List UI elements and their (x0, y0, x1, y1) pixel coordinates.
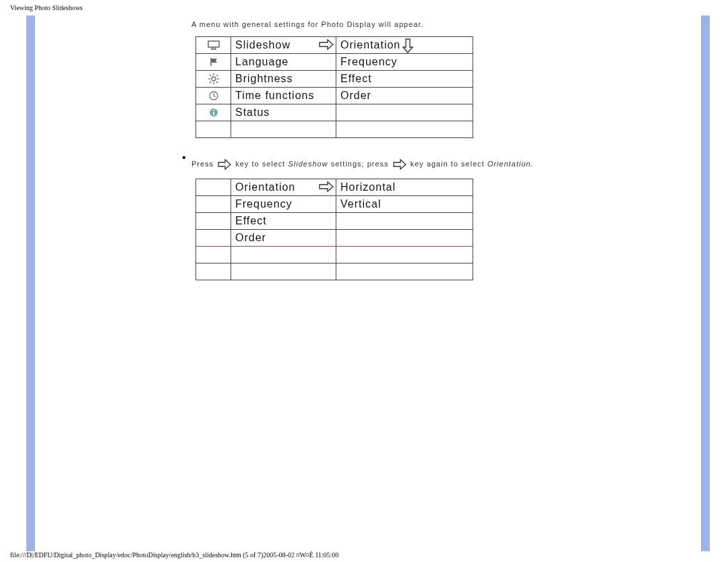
menu-label: Slideshow (235, 39, 291, 51)
menu-row (196, 247, 473, 263)
info-icon (196, 104, 231, 121)
menu-label: Orientation (340, 39, 400, 51)
arrow-right-key-icon (393, 158, 406, 170)
italic-text: Slideshow (288, 160, 328, 168)
svg-line-10 (210, 75, 211, 76)
text: settings; press (328, 160, 389, 168)
left-sidebar-stripe (26, 15, 35, 551)
settings-menu-table: Slideshow Orientation Language (195, 36, 473, 138)
text: key to select (235, 160, 288, 168)
menu-main-cell: Slideshow (231, 37, 336, 54)
bullet: • (182, 152, 187, 164)
footer-path: file:///D|/EDFU/Digital_photo_Display/ed… (10, 551, 339, 559)
menu-row: Language Frequency (196, 54, 473, 71)
monitor-icon (196, 37, 231, 54)
menu-label: Brightness (235, 73, 293, 84)
svg-point-5 (212, 77, 216, 81)
clock-icon (196, 88, 231, 104)
menu-label: Frequency (235, 198, 293, 210)
menu-row: Brightness Effect (196, 71, 473, 88)
svg-line-16 (214, 96, 216, 97)
flag-icon (196, 54, 231, 71)
menu-label: Language (235, 56, 289, 67)
menu-label: Orientation (235, 181, 295, 193)
menu-row (196, 263, 473, 280)
arrow-right-icon (319, 181, 334, 192)
menu-row: Time functions Order (196, 88, 473, 104)
svg-rect-0 (208, 41, 219, 47)
svg-line-13 (210, 82, 211, 83)
menu-row: Effect (196, 213, 473, 230)
menu-label: Time functions (235, 90, 314, 101)
step-paragraph: Press key to select Slideshow settings; … (191, 158, 576, 170)
svg-point-18 (213, 110, 214, 111)
svg-rect-19 (213, 112, 214, 115)
menu-row: Orientation Horizontal (196, 179, 473, 196)
menu-row: Slideshow Orientation (196, 37, 473, 54)
text: Press (191, 160, 214, 168)
menu-row: Order (196, 230, 473, 247)
menu-label: Order (340, 90, 371, 101)
intro-paragraph: A menu with general settings for Photo D… (191, 20, 576, 28)
arrow-down-icon (402, 38, 413, 53)
page-header: Viewing Photo Slideshows (10, 4, 83, 11)
arrow-right-key-icon (218, 158, 231, 170)
orientation-menu-table: Orientation Horizontal Frequency Vertica… (195, 179, 473, 280)
menu-label: Horizontal (340, 181, 396, 193)
svg-line-11 (216, 82, 218, 83)
menu-row: Status (196, 104, 473, 121)
menu-label: Order (235, 232, 266, 243)
menu-label: Effect (235, 215, 267, 226)
menu-sub-cell: Orientation (336, 37, 473, 54)
menu-label: Effect (340, 73, 372, 84)
menu-row: Frequency Vertical (196, 196, 473, 213)
svg-line-12 (216, 75, 218, 76)
menu-label: Status (235, 106, 270, 118)
right-sidebar-stripe (701, 15, 710, 551)
arrow-right-icon (319, 39, 334, 50)
text: key again to select (411, 160, 487, 168)
menu-label: Frequency (340, 56, 398, 67)
main-content: A menu with general settings for Photo D… (191, 20, 576, 280)
menu-label: Vertical (340, 198, 381, 210)
brightness-icon (196, 71, 231, 88)
menu-row (196, 121, 473, 138)
italic-text: Orientation. (487, 160, 534, 168)
